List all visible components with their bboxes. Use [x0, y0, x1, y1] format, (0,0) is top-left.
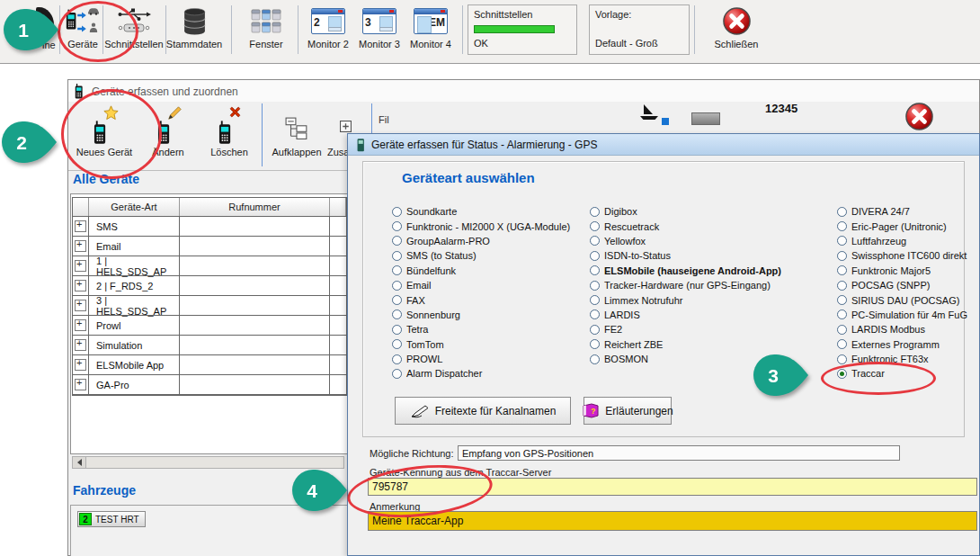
direction-field[interactable]: [458, 445, 900, 461]
vehicle-button[interactable]: 2 TEST HRT: [77, 511, 146, 527]
radio-icon[interactable]: [392, 207, 402, 217]
device-type-option[interactable]: PC-Simulation für 4m FuG: [837, 308, 967, 322]
radio-icon[interactable]: [837, 339, 847, 349]
device-type-option[interactable]: FAX: [392, 292, 570, 307]
radio-icon[interactable]: [392, 369, 402, 379]
radio-icon[interactable]: [590, 221, 600, 231]
radio-icon[interactable]: [392, 221, 402, 231]
radio-icon[interactable]: [837, 265, 847, 275]
schliessen-button[interactable]: Schließen: [710, 3, 762, 58]
radio-icon[interactable]: [392, 309, 402, 319]
radio-icon[interactable]: [590, 265, 600, 275]
radio-icon[interactable]: [837, 207, 847, 217]
column-header-ruf[interactable]: Rufnummer: [180, 198, 330, 216]
radio-icon[interactable]: [392, 325, 402, 335]
expand-plus-icon[interactable]: [75, 220, 86, 232]
device-type-option[interactable]: Digibox: [590, 204, 781, 219]
device-type-option[interactable]: LARDIS Modbus: [837, 322, 967, 336]
radio-icon[interactable]: [590, 354, 600, 364]
device-type-option[interactable]: TomTom: [392, 337, 570, 352]
loeschen-button[interactable]: Löschen: [201, 103, 257, 168]
device-type-option[interactable]: Sonnenburg: [392, 308, 570, 322]
radio-icon[interactable]: [590, 309, 600, 319]
table-row[interactable]: SMS: [73, 217, 346, 237]
scroll-left-arrow[interactable]: [73, 457, 86, 468]
expand-plus-icon[interactable]: [75, 280, 86, 291]
column-header-art[interactable]: Geräte-Art: [89, 198, 180, 216]
device-type-option[interactable]: ISDN-to-Status: [590, 248, 781, 263]
device-type-option[interactable]: ELSMobile (hauseigene Android-App): [590, 264, 781, 278]
radio-icon[interactable]: [392, 236, 402, 246]
monitor3-button[interactable]: 3 Monitor 3: [355, 3, 404, 58]
table-row[interactable]: 2 | F_RDS_2: [73, 276, 346, 296]
device-type-option[interactable]: Luftfahrzeug: [837, 234, 967, 248]
device-type-option[interactable]: Tracker-Hardware (nur GPS-Eingang): [590, 278, 781, 292]
device-type-option[interactable]: POCSAG (SNPP): [837, 278, 967, 292]
radio-icon[interactable]: [837, 295, 847, 305]
device-type-option[interactable]: GroupAalarm-PRO: [392, 234, 570, 248]
device-type-option[interactable]: DIVERA 24/7: [837, 204, 967, 219]
radio-icon[interactable]: [392, 265, 402, 275]
expand-plus-icon[interactable]: [75, 379, 86, 390]
stammdaten-button[interactable]: Stammdaten: [167, 3, 221, 58]
aufklappen-button[interactable]: Aufklappen: [266, 103, 327, 168]
device-type-option[interactable]: Funktronic - MI2000 X (UGA-Module): [392, 219, 570, 233]
table-row[interactable]: ELSMobile App: [73, 355, 346, 375]
radio-icon[interactable]: [590, 295, 600, 305]
radio-icon[interactable]: [392, 295, 402, 305]
radio-icon[interactable]: [590, 281, 600, 291]
device-type-option[interactable]: Swissphone ITC600 direkt: [837, 248, 967, 263]
radio-icon[interactable]: [837, 221, 847, 231]
radio-icon[interactable]: [392, 251, 402, 261]
radio-icon[interactable]: [392, 281, 402, 291]
device-type-option[interactable]: Eric-Pager (Unitronic): [837, 219, 967, 233]
table-row[interactable]: GA-Pro: [73, 375, 346, 395]
devices-window-titlebar[interactable]: Geräte erfassen und zuordnen: [68, 80, 979, 102]
radio-icon[interactable]: [837, 281, 847, 291]
radio-icon[interactable]: [837, 236, 847, 246]
device-type-option[interactable]: Email: [392, 278, 570, 292]
note-input[interactable]: [368, 511, 977, 531]
table-row[interactable]: Simulation: [73, 336, 346, 355]
device-type-option[interactable]: Alarm Dispatcher: [392, 366, 570, 381]
table-row[interactable]: Prowl: [73, 316, 346, 336]
device-type-option[interactable]: SMS (to Status): [392, 248, 570, 263]
expand-plus-icon[interactable]: [75, 339, 86, 351]
monitor4-button[interactable]: EM Monitor 4: [406, 3, 455, 58]
device-type-option[interactable]: Funktronic Major5: [837, 264, 967, 278]
expand-plus-icon[interactable]: [75, 319, 86, 331]
radio-icon[interactable]: [837, 354, 847, 364]
radio-icon[interactable]: [590, 236, 600, 246]
table-row[interactable]: 3 | HELS_SDS_AP: [73, 296, 346, 316]
device-type-option[interactable]: Yellowfox: [590, 234, 781, 248]
device-type-option[interactable]: SIRIUS DAU (POCSAG): [837, 292, 967, 307]
expand-plus-icon[interactable]: [75, 240, 86, 252]
erlaeuterungen-button[interactable]: Erläuterungen: [584, 397, 672, 425]
device-type-option[interactable]: Rescuetrack: [590, 219, 781, 233]
radio-icon[interactable]: [590, 251, 600, 261]
device-type-option[interactable]: LARDIS: [590, 308, 781, 322]
radio-icon[interactable]: [837, 309, 847, 319]
radio-icon[interactable]: [590, 339, 600, 349]
device-type-option[interactable]: Limmex Notrufuhr: [590, 292, 781, 307]
table-row[interactable]: Email: [73, 237, 346, 256]
radio-icon[interactable]: [837, 325, 847, 335]
radio-icon[interactable]: [837, 251, 847, 261]
device-type-option[interactable]: FE2: [590, 322, 781, 336]
radio-icon[interactable]: [392, 354, 402, 364]
table-row[interactable]: 1 | HELS_SDS_AP: [73, 256, 346, 276]
device-type-option[interactable]: Bündelfunk: [392, 264, 570, 278]
device-type-option[interactable]: Reichert ZBE: [590, 337, 781, 352]
monitor2-button[interactable]: 2 Monitor 2: [304, 3, 352, 58]
device-type-option[interactable]: Externes Programm: [837, 337, 967, 352]
expand-plus-icon[interactable]: [75, 359, 86, 371]
device-type-option[interactable]: Soundkarte: [392, 204, 570, 219]
dialog-titlebar[interactable]: Geräte erfassen für Status - Alarmierung…: [348, 134, 979, 156]
expand-plus-icon[interactable]: [75, 300, 86, 311]
radio-icon[interactable]: [590, 325, 600, 335]
radio-icon[interactable]: [590, 207, 600, 217]
fenster-button[interactable]: Fenster: [243, 3, 290, 58]
expand-plus-icon[interactable]: [75, 260, 86, 272]
freitexte-button[interactable]: Freitexte für Kanalnamen: [395, 397, 571, 425]
device-type-option[interactable]: PROWL: [392, 352, 570, 366]
